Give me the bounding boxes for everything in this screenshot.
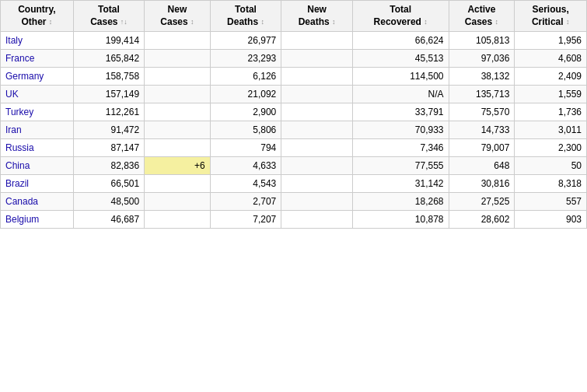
cell-total-recovered: 70,933 [352, 121, 449, 139]
cell-active-cases: 97,036 [449, 50, 515, 68]
cell-serious-critical: 8,318 [515, 175, 587, 193]
cell-active-cases: 79,007 [449, 139, 515, 157]
cell-new-cases [145, 103, 211, 121]
sort-icon-total-recovered: ↕ [424, 18, 428, 27]
table-body: Italy199,41426,97766,624105,8131,956Fran… [1, 32, 587, 229]
cell-country: Brazil [1, 175, 74, 193]
sort-icon-total-deaths: ↕ [260, 18, 264, 27]
country-link[interactable]: Russia [5, 142, 34, 153]
cell-total-deaths: 5,806 [210, 121, 281, 139]
col-header-active-cases[interactable]: ActiveCases ↕ [449, 1, 515, 32]
sort-icon-active-cases: ↕ [495, 18, 499, 27]
country-link[interactable]: China [5, 160, 30, 171]
table-header-row: Country,Other ↕ TotalCases ↑↓ NewCases ↕… [1, 1, 587, 32]
cell-new-cases [145, 211, 211, 229]
cell-total-deaths: 6,126 [210, 68, 281, 86]
sort-icon-serious-critical: ↕ [566, 18, 570, 27]
cell-serious-critical: 4,608 [515, 50, 587, 68]
cell-active-cases: 30,816 [449, 175, 515, 193]
col-header-total-cases[interactable]: TotalCases ↑↓ [73, 1, 144, 32]
cell-serious-critical: 557 [515, 193, 587, 211]
cell-total-deaths: 21,092 [210, 86, 281, 103]
cell-serious-critical: 1,559 [515, 86, 587, 103]
cell-active-cases: 28,602 [449, 211, 515, 229]
cell-total-recovered: 114,500 [352, 68, 449, 86]
cell-country: Turkey [1, 103, 74, 121]
col-header-country[interactable]: Country,Other ↕ [1, 1, 74, 32]
table-row: UK157,14921,092N/A135,7131,559 [1, 86, 587, 103]
country-link[interactable]: Belgium [5, 214, 39, 225]
cell-total-deaths: 2,707 [210, 193, 281, 211]
country-link[interactable]: UK [5, 89, 19, 100]
col-header-new-deaths[interactable]: NewDeaths ↕ [281, 1, 353, 32]
cell-active-cases: 75,570 [449, 103, 515, 121]
table-row: Canada48,5002,70718,26827,525557 [1, 193, 587, 211]
cell-active-cases: 27,525 [449, 193, 515, 211]
cell-new-cases: +6 [145, 157, 211, 175]
cell-total-deaths: 794 [210, 139, 281, 157]
cell-new-deaths [281, 32, 353, 50]
country-link[interactable]: Iran [5, 124, 22, 135]
cell-total-deaths: 7,207 [210, 211, 281, 229]
cell-total-cases: 158,758 [73, 68, 144, 86]
cell-total-deaths: 2,900 [210, 103, 281, 121]
cell-total-cases: 46,687 [73, 211, 144, 229]
cell-new-cases [145, 139, 211, 157]
cell-new-deaths [281, 86, 353, 103]
cell-country: China [1, 157, 74, 175]
cell-new-cases [145, 32, 211, 50]
cell-serious-critical: 903 [515, 211, 587, 229]
cell-new-cases [145, 175, 211, 193]
cell-country: Canada [1, 193, 74, 211]
table-row: China82,836+64,63377,55564850 [1, 157, 587, 175]
country-link[interactable]: France [5, 53, 34, 64]
cell-total-deaths: 4,543 [210, 175, 281, 193]
cell-total-cases: 112,261 [73, 103, 144, 121]
cell-active-cases: 14,733 [449, 121, 515, 139]
sort-icon-country: ↕ [49, 18, 53, 27]
cell-active-cases: 648 [449, 157, 515, 175]
cell-new-deaths [281, 103, 353, 121]
cell-total-cases: 87,147 [73, 139, 144, 157]
cell-total-cases: 199,414 [73, 32, 144, 50]
cell-country: Italy [1, 32, 74, 50]
table-row: Brazil66,5014,54331,14230,8168,318 [1, 175, 587, 193]
country-link[interactable]: Canada [5, 196, 38, 207]
cell-total-cases: 157,149 [73, 86, 144, 103]
cell-country: Belgium [1, 211, 74, 229]
col-header-new-cases[interactable]: NewCases ↕ [145, 1, 211, 32]
country-link[interactable]: Germany [5, 71, 44, 82]
cell-total-cases: 165,842 [73, 50, 144, 68]
cell-total-cases: 91,472 [73, 121, 144, 139]
cell-total-cases: 82,836 [73, 157, 144, 175]
cell-total-deaths: 26,977 [210, 32, 281, 50]
cell-country: Iran [1, 121, 74, 139]
country-link[interactable]: Brazil [5, 178, 29, 189]
table-row: Belgium46,6877,20710,87828,602903 [1, 211, 587, 229]
cell-total-deaths: 4,633 [210, 157, 281, 175]
table-row: France165,84223,29345,51397,0364,608 [1, 50, 587, 68]
cell-new-cases [145, 121, 211, 139]
cell-country: Russia [1, 139, 74, 157]
cell-total-recovered: 33,791 [352, 103, 449, 121]
cell-new-deaths [281, 139, 353, 157]
col-header-total-deaths[interactable]: TotalDeaths ↕ [210, 1, 281, 32]
cell-active-cases: 135,713 [449, 86, 515, 103]
cell-total-recovered: 45,513 [352, 50, 449, 68]
cell-new-cases [145, 50, 211, 68]
cell-serious-critical: 1,956 [515, 32, 587, 50]
sort-icon-total-cases: ↑↓ [121, 18, 128, 27]
table-row: Italy199,41426,97766,624105,8131,956 [1, 32, 587, 50]
cell-serious-critical: 1,736 [515, 103, 587, 121]
col-header-total-recovered[interactable]: TotalRecovered ↕ [352, 1, 449, 32]
cell-new-deaths [281, 193, 353, 211]
country-link[interactable]: Turkey [5, 107, 33, 117]
country-link[interactable]: Italy [5, 35, 23, 46]
cell-serious-critical: 2,409 [515, 68, 587, 86]
cell-country: France [1, 50, 74, 68]
cell-serious-critical: 2,300 [515, 139, 587, 157]
cell-total-recovered: 77,555 [352, 157, 449, 175]
cell-new-deaths [281, 121, 353, 139]
col-header-serious-critical[interactable]: Serious,Critical ↕ [515, 1, 587, 32]
cell-serious-critical: 50 [515, 157, 587, 175]
